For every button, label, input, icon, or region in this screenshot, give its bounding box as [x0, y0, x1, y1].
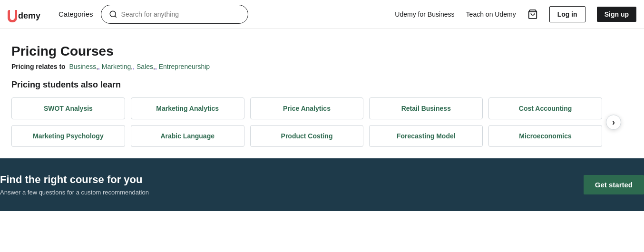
categories-button[interactable]: Categories — [59, 10, 93, 18]
section-title-also-learn: Pricing students also learn — [11, 80, 621, 90]
relates-link-marketing[interactable]: Marketing — [102, 63, 133, 70]
udemy-logo[interactable]: demy — [8, 6, 51, 22]
chevron-right-icon: › — [612, 118, 615, 126]
svg-point-1 — [110, 11, 116, 17]
relates-link-business[interactable]: Business — [69, 63, 98, 70]
search-bar[interactable] — [101, 5, 248, 24]
teach-link[interactable]: Teach on Udemy — [466, 10, 516, 18]
navbar: demy Categories Udemy for Business Teach… — [0, 0, 644, 29]
page-title: Pricing Courses — [11, 44, 621, 59]
tag-product-costing[interactable]: Product Costing — [250, 125, 364, 147]
banner-subtitle: Answer a few questions for a custom reco… — [0, 189, 149, 196]
search-input[interactable] — [121, 10, 240, 18]
tag-swot-analysis[interactable]: SWOT Analysis — [11, 97, 125, 119]
tag-forecasting-model[interactable]: Forecasting Model — [369, 125, 483, 147]
tag-marketing-psychology[interactable]: Marketing Psychology — [11, 125, 125, 147]
tag-retail-business[interactable]: Retail Business — [369, 97, 483, 119]
tag-cost-accounting[interactable]: Cost Accounting — [488, 97, 602, 119]
nav-links: Udemy for Business Teach on Udemy Log in… — [395, 6, 636, 22]
svg-text:demy: demy — [18, 11, 40, 20]
relates-link-sales[interactable]: Sales — [137, 63, 155, 70]
cart-icon — [527, 9, 538, 19]
tag-marketing-analytics[interactable]: Marketing Analytics — [131, 97, 244, 119]
bottom-banner: Find the right course for you Answer a f… — [0, 158, 644, 211]
tag-microeconomics[interactable]: Microeconomics — [488, 125, 602, 147]
tag-arabic-language[interactable]: Arabic Language — [131, 125, 244, 147]
tags-next-button[interactable]: › — [606, 115, 621, 130]
svg-line-2 — [115, 16, 116, 17]
signup-button[interactable]: Sign up — [597, 7, 636, 22]
tag-price-analytics[interactable]: Price Analytics — [250, 97, 364, 119]
banner-text-block: Find the right course for you Answer a f… — [0, 174, 149, 196]
banner-title: Find the right course for you — [0, 174, 149, 186]
relates-link-entrepreneurship[interactable]: Entrepreneurship — [159, 63, 210, 70]
main-content: Pricing Courses Pricing relates to Busin… — [0, 29, 633, 147]
tags-container: SWOT Analysis Marketing Analytics Price … — [11, 97, 621, 147]
get-started-button[interactable]: Get started — [584, 175, 644, 194]
cart-button[interactable] — [527, 9, 538, 19]
relates-links: Business, Marketing, Sales, Entrepreneur… — [67, 63, 210, 70]
login-button[interactable]: Log in — [549, 6, 585, 22]
tags-grid: SWOT Analysis Marketing Analytics Price … — [11, 97, 602, 147]
relates-line: Pricing relates to Business, Marketing, … — [11, 63, 621, 70]
search-icon — [109, 10, 117, 19]
udemy-for-business-link[interactable]: Udemy for Business — [395, 10, 454, 18]
